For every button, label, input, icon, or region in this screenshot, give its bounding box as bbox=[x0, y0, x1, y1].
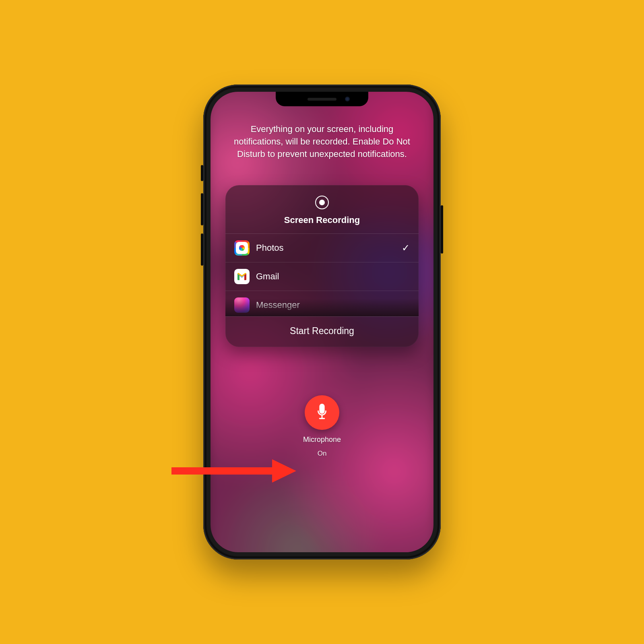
microphone-label: Microphone bbox=[303, 436, 341, 444]
phone-screen: Everything on your screen, including not… bbox=[211, 92, 433, 552]
destination-option-gmail[interactable]: Gmail bbox=[225, 262, 419, 291]
volume-up-button bbox=[201, 193, 203, 225]
checkmark-icon: ✓ bbox=[402, 242, 410, 254]
destination-option-label: Gmail bbox=[256, 271, 279, 282]
recording-disclaimer-text: Everything on your screen, including not… bbox=[227, 123, 417, 160]
mockup-stage: Everything on your screen, including not… bbox=[80, 80, 564, 564]
power-button bbox=[441, 205, 443, 254]
destination-option-messenger[interactable]: Messenger bbox=[225, 291, 419, 316]
card-header: Screen Recording bbox=[225, 185, 419, 233]
volume-down-button bbox=[201, 233, 203, 266]
record-icon bbox=[315, 196, 329, 209]
iphone-frame: Everything on your screen, including not… bbox=[203, 85, 441, 559]
microphone-toggle-group: Microphone On bbox=[303, 395, 341, 458]
front-camera bbox=[345, 97, 350, 101]
screen-recording-card: Screen Recording Photos ✓ bbox=[225, 185, 419, 347]
screen-recording-sheet: Everything on your screen, including not… bbox=[211, 92, 433, 552]
microphone-toggle-button[interactable] bbox=[305, 395, 339, 430]
destination-option-photos[interactable]: Photos ✓ bbox=[225, 233, 419, 262]
photos-app-icon bbox=[234, 240, 250, 256]
destination-option-label: Photos bbox=[256, 243, 284, 253]
start-recording-button[interactable]: Start Recording bbox=[225, 316, 419, 347]
card-title: Screen Recording bbox=[284, 215, 360, 225]
gmail-app-icon bbox=[234, 269, 250, 284]
messenger-app-icon bbox=[234, 297, 250, 313]
destination-app-list[interactable]: Photos ✓ bbox=[225, 233, 419, 316]
destination-option-label: Messenger bbox=[256, 300, 300, 310]
mute-switch bbox=[201, 165, 203, 181]
microphone-state: On bbox=[318, 450, 327, 458]
earpiece-speaker bbox=[308, 98, 336, 101]
microphone-icon bbox=[315, 404, 329, 421]
notch bbox=[276, 92, 368, 106]
